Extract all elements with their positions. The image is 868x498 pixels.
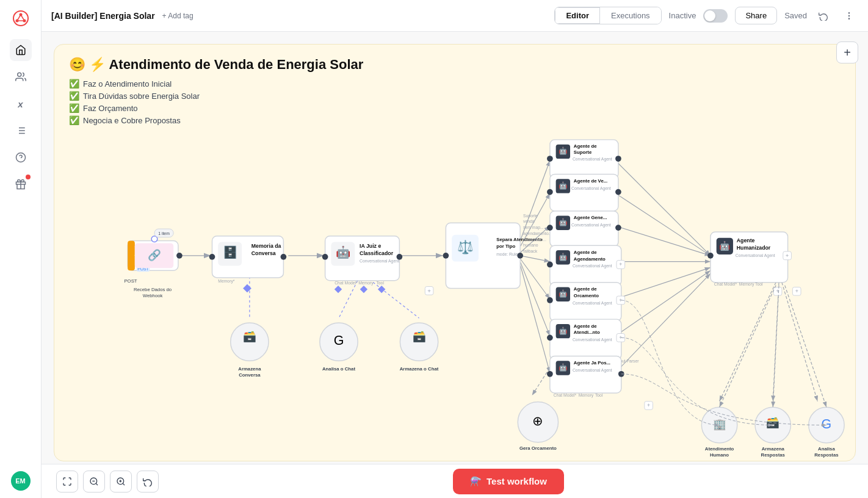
svg-line-5 [21,15,24,21]
svg-text:Respostas: Respostas [761,452,786,458]
svg-text:Armazena: Armazena [238,366,261,372]
share-button[interactable]: Share [735,7,777,24]
page-title: [AI Builder] Energia Solar [51,11,155,21]
svg-text:Conversa: Conversa [239,372,261,378]
undo-button[interactable] [814,7,833,25]
svg-point-108 [615,156,621,162]
svg-text:Conversational Agent: Conversational Agent [573,301,612,306]
saved-label: Saved [784,11,807,20]
main-content: [AI Builder] Energia Solar + Add tag Edi… [42,0,868,498]
svg-text:Suporte: Suporte [574,150,592,155]
svg-point-171 [547,371,553,377]
svg-text:Tool: Tool [595,393,603,397]
svg-text:Agente: Agente [737,237,755,244]
svg-text:Atendimento: Atendimento [705,446,734,452]
svg-text:POST: POST [124,278,137,284]
svg-point-67 [281,254,287,260]
sidebar-item-home[interactable] [10,39,32,61]
svg-text:Chat Model*: Chat Model* [554,393,577,397]
svg-text:🤖: 🤖 [559,327,568,335]
svg-rect-83 [335,286,342,293]
svg-line-224 [96,483,98,485]
test-workflow-button[interactable]: ⚗️ Test workflow [453,469,564,494]
svg-text:Humanizador: Humanizador [737,245,771,251]
svg-text:Conversational Agent: Conversational Agent [573,157,612,162]
svg-text:Conversa: Conversa [251,250,276,256]
fit-screen-button[interactable] [56,471,78,493]
svg-text:🤖: 🤖 [559,363,568,372]
svg-line-35 [366,276,419,318]
svg-point-92 [443,253,449,259]
reset-button[interactable] [137,471,159,493]
svg-text:fallback: fallback [523,249,538,253]
svg-text:🤖: 🤖 [559,218,568,226]
svg-text:1 item: 1 item [158,231,170,236]
sidebar-item-gift[interactable] [10,173,32,195]
svg-text:🤖: 🤖 [719,240,731,251]
svg-text:Analisa: Analisa [818,446,835,452]
svg-text:Tool: Tool [376,281,384,285]
svg-line-42 [615,273,711,373]
svg-line-4 [17,15,21,21]
svg-text:Classificador: Classificador [360,250,394,256]
sidebar-item-list[interactable] [10,120,32,142]
svg-text:Conversational Agent: Conversational Agent [573,264,612,269]
user-avatar[interactable]: EM [11,471,31,491]
sidebar: x EM [0,0,42,498]
workflow-canvas: 😊 ⚡ Atendimento de Venda de Energia Sola… [54,44,856,461]
svg-text:Conversational Agent: Conversational Agent [360,259,399,264]
canvas-area: + 😊 ⚡ Atendimento de Venda de Energia So… [42,32,868,498]
svg-text:Conversational Agent: Conversational Agent [573,337,612,342]
svg-line-222 [785,286,826,408]
svg-line-220 [720,286,776,408]
svg-text:🗃️: 🗃️ [413,330,426,343]
zoom-out-button[interactable] [83,471,105,493]
more-options-button[interactable] [840,7,858,25]
svg-point-158 [547,334,553,341]
tab-editor[interactable]: Editor [555,7,600,24]
svg-text:Recebe Dados do: Recebe Dados do [134,287,172,292]
svg-text:Humano: Humano [710,452,729,458]
bottom-toolbar: ⚗️ Test workflow [42,464,868,498]
svg-text:Agente de: Agente de [574,143,597,149]
svg-text:Webhook: Webhook [143,293,163,298]
svg-point-54 [176,253,183,259]
svg-text:+: + [795,288,798,294]
svg-text:Analisa o Chat: Analisa o Chat [322,366,355,372]
svg-text:sem map...: sem map... [523,225,544,230]
svg-text:+: + [647,402,650,408]
svg-point-93 [517,253,523,259]
svg-text:Armazena o Chat: Armazena o Chat [400,366,439,372]
logo-icon[interactable] [10,7,32,29]
zoom-in-button[interactable] [110,471,132,493]
svg-point-19 [848,15,849,16]
svg-text:+: + [619,261,622,267]
sidebar-item-help[interactable] [10,146,32,168]
tab-group: Editor Executions [554,7,661,24]
flask-icon: ⚗️ [470,476,482,487]
active-toggle[interactable] [703,9,728,23]
svg-point-145 [547,297,553,303]
svg-text:Conversational Agent: Conversational Agent [736,253,775,258]
sidebar-item-users[interactable] [10,66,32,88]
svg-text:G: G [334,333,344,348]
svg-line-37 [615,193,711,256]
svg-text:Chat Model*: Chat Model* [714,282,737,286]
svg-text:orcamento...: orcamento... [523,237,546,242]
svg-text:Agente Gene...: Agente Gene... [574,215,607,220]
svg-text:Conversational Agent: Conversational Agent [571,186,611,191]
canvas-zoom-add[interactable]: + [836,42,858,63]
svg-text:Conversational Agent: Conversational Agent [571,223,611,228]
svg-text:🏢: 🏢 [713,417,726,431]
svg-rect-84 [360,286,367,293]
svg-line-30 [520,259,550,299]
svg-text:Memory*: Memory* [218,279,235,284]
svg-text:Respostas: Respostas [814,452,839,458]
tab-executions[interactable]: Executions [600,7,661,24]
svg-text:🤖: 🤖 [559,253,568,261]
sidebar-item-functions[interactable]: x [10,93,32,115]
add-tag-button[interactable]: + Add tag [162,12,193,20]
svg-text:+: + [786,253,789,259]
svg-line-41 [615,270,711,336]
svg-line-31 [520,262,550,336]
